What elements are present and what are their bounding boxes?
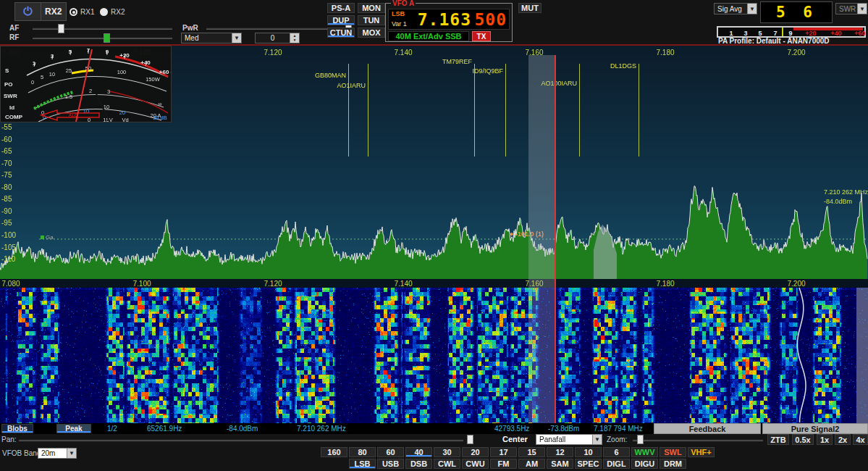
zoom-slider-track[interactable] <box>633 439 763 441</box>
band-button-80[interactable]: 80 <box>349 447 376 457</box>
rx2-radio[interactable] <box>100 8 108 16</box>
arrow-down-icon[interactable]: ▼ <box>290 38 299 43</box>
meter-scale-label: Vd <box>122 117 128 122</box>
power-button[interactable]: ⏻ <box>15 3 41 20</box>
band-button-17[interactable]: 17 <box>490 447 517 457</box>
vfob-band-combo[interactable]: 20m ▼ <box>38 448 77 459</box>
band-button-15[interactable]: 15 <box>518 447 545 457</box>
zoom-button-ztb[interactable]: ZTB <box>767 434 789 445</box>
af-slider-track[interactable] <box>33 28 172 30</box>
tx-indicator-button[interactable]: TX <box>472 31 491 41</box>
band-button-60[interactable]: 60 <box>377 447 404 457</box>
mode-button-lsb[interactable]: LSB <box>349 459 376 469</box>
tx-button-tun[interactable]: TUN <box>358 15 385 25</box>
zoom-button-2x[interactable]: 2x <box>835 434 851 445</box>
mute-button[interactable]: MUT <box>518 3 542 13</box>
meter-scale-label: 20 <box>119 109 125 116</box>
dx-spot-line[interactable] <box>474 64 475 157</box>
band-button-swl[interactable]: SWL <box>660 447 686 457</box>
dx-spot-label[interactable]: AO1IARU <box>337 82 366 89</box>
dx-spot-line[interactable] <box>579 64 580 157</box>
band-button-12[interactable]: 12 <box>547 447 573 457</box>
stepper-arrows[interactable]: ▲▼ <box>290 33 299 43</box>
band-button-40[interactable]: 40 <box>405 447 432 457</box>
pan-slider-track[interactable] <box>19 439 463 441</box>
pure-signal2-panel[interactable]: Pure Signal2 <box>762 423 868 434</box>
chevron-down-icon[interactable]: ▼ <box>67 449 76 458</box>
pan-slider-thumb[interactable] <box>467 435 473 444</box>
frequency-tick-label: 7.100 <box>132 280 151 288</box>
dx-spot-line[interactable] <box>348 64 349 157</box>
dx-spot-label[interactable]: ID9/IQ9BF <box>472 67 503 75</box>
band-button-wwv[interactable]: WWV <box>631 447 658 457</box>
display-mode-combo[interactable]: Panafall ▼ <box>536 434 602 445</box>
frequency-scale-strip[interactable]: 7.0807.1007.1207.1407.1607.1807.200 <box>0 279 868 288</box>
rf-slider-thumb[interactable] <box>104 33 110 43</box>
rx2-toggle-button[interactable]: RX2 <box>41 3 67 20</box>
band-button-30[interactable]: 30 <box>434 447 460 457</box>
chevron-down-icon[interactable]: ▼ <box>592 435 602 444</box>
agc-gain-marker[interactable]: Ga <box>41 234 54 241</box>
band-button-160[interactable]: 160 <box>321 447 347 457</box>
mode-button-digu[interactable]: DIGU <box>631 459 658 469</box>
band-button-20[interactable]: 20 <box>462 447 489 457</box>
mode-button-cwu[interactable]: CWU <box>462 459 489 469</box>
mode-button-digl[interactable]: DIGL <box>603 459 630 469</box>
vfob-band-value: 20m <box>38 449 67 458</box>
peak-toggle-button[interactable]: Peak <box>56 424 91 433</box>
rf-slider-track[interactable] <box>33 37 172 39</box>
band-button-6[interactable]: 6 <box>603 447 630 457</box>
zoom-label: Zoom: <box>607 435 627 443</box>
tx-button-ctun[interactable]: CTUN <box>327 28 355 38</box>
tx-button-mox[interactable]: MOX <box>358 28 385 38</box>
dx-spot-label[interactable]: GB80MAN <box>315 72 346 79</box>
mode-button-usb[interactable]: USB <box>377 459 404 469</box>
dx-spot-line[interactable] <box>639 64 639 157</box>
chevron-down-icon[interactable]: ▼ <box>857 4 867 14</box>
center-button[interactable]: Center <box>502 435 528 443</box>
mode-button-am[interactable]: AM <box>518 459 545 469</box>
dbm-tick-label: -85 <box>1 195 12 203</box>
tx-button-mon[interactable]: MON <box>358 3 385 13</box>
dbm-tick-label: -105 <box>1 243 16 251</box>
tx-button-dup[interactable]: DUP <box>327 15 355 25</box>
af-slider-thumb[interactable] <box>58 24 64 33</box>
dx-spot-label[interactable]: TM79REF <box>442 58 472 65</box>
zoom-button-4x[interactable]: 4x <box>853 434 868 445</box>
band-stack-display[interactable]: 40M Ext/Adv SSB <box>388 31 469 41</box>
mode-button-drm[interactable]: DRM <box>660 459 686 469</box>
mode-button-sam[interactable]: SAM <box>547 459 573 469</box>
filter-passband-overlay[interactable] <box>528 55 555 423</box>
tx-button-ps-a[interactable]: PS-A <box>327 3 355 13</box>
mode-button-fm[interactable]: FM <box>490 459 517 469</box>
zoom-button-1x[interactable]: 1x <box>817 434 833 445</box>
agc-combo[interactable]: Med ▼ <box>181 33 242 43</box>
waterfall[interactable] <box>0 288 868 423</box>
chevron-down-icon[interactable]: ▼ <box>747 4 757 14</box>
rx1-radio-label: RX1 <box>80 8 94 16</box>
af-label: AF <box>9 24 19 32</box>
rx1-radio[interactable] <box>69 8 77 16</box>
mode-button-cwl[interactable]: CWL <box>434 459 460 469</box>
attenuation-stepper[interactable]: 0 ▲▼ <box>255 33 300 43</box>
chevron-down-icon[interactable]: ▼ <box>232 33 241 43</box>
meter-scale-label: 1.5 <box>65 93 72 100</box>
vfo-a-display[interactable]: LSB Var 1 7.163 500 <box>388 9 510 30</box>
waterfall-canvas[interactable] <box>0 288 868 423</box>
vfo-cursor-line[interactable] <box>555 55 556 423</box>
band-button-10[interactable]: 10 <box>575 447 602 457</box>
mode-button-dsb[interactable]: DSB <box>405 459 432 469</box>
zoom-button-0.5x[interactable]: 0.5x <box>792 434 814 445</box>
frequency-tick-label: 7.120 <box>264 280 282 288</box>
mode-button-spec[interactable]: SPEC <box>575 459 602 469</box>
tx-meter-combo[interactable]: SWR ▼ <box>835 3 867 14</box>
dx-spot-line[interactable] <box>368 64 368 157</box>
meter-mode-combo[interactable]: Sig Avg ▼ <box>714 3 757 14</box>
zoom-slider-thumb[interactable] <box>637 435 644 444</box>
band-button-vhf+[interactable]: VHF+ <box>688 447 715 457</box>
blobs-toggle-button[interactable]: Blobs <box>1 424 33 433</box>
status-readout: -84.0dBm <box>227 425 258 433</box>
dx-spot-label[interactable]: DL1DGS <box>610 62 636 70</box>
dx-spot-line[interactable] <box>505 64 506 157</box>
feedback-panel[interactable]: Feedback <box>654 423 761 434</box>
